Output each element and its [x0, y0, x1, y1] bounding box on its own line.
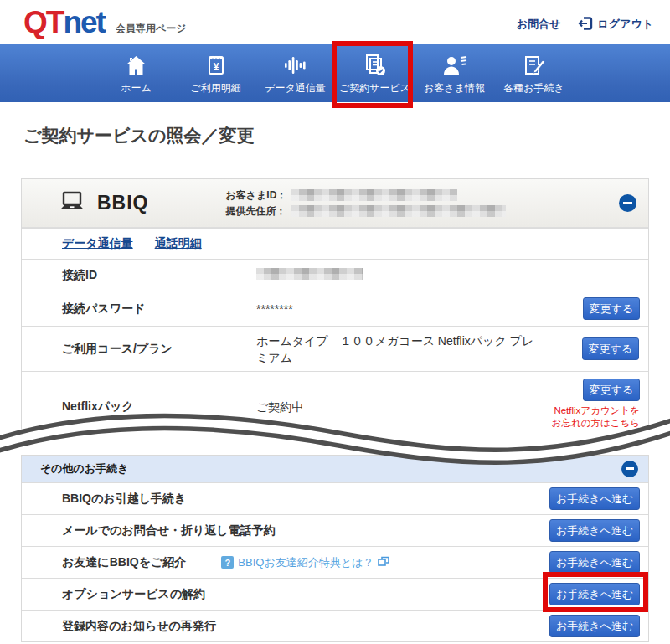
divider [569, 18, 570, 31]
nav-label: ご利用明細 [190, 81, 240, 95]
netflix-pack-status: ご契約中 [256, 399, 546, 415]
logo-qt: QT [23, 7, 63, 38]
course-label: ご利用コース/プラン [62, 342, 256, 357]
course-row: ご利用コース/プラン ホームタイプ １００メガコース Netflixパック プレ… [22, 326, 648, 371]
contact-link[interactable]: お問合せ [517, 17, 561, 32]
password-label: 接続パスワード [62, 301, 256, 317]
netflix-pack-row: Netflixパック ご契約中 変更する Netflixアカウントを お忘れの方… [22, 371, 648, 441]
nav-item-procedures[interactable]: 各種お手続き [494, 51, 574, 95]
top-header: QTnet 会員専用ページ お問合せ ログアウト [0, 0, 670, 44]
nav-label: 各種お手続き [503, 81, 564, 95]
customer-info-block: お客さまID： 提供先住所： [226, 188, 506, 219]
refer-friend-row: お友達にBBIQをご紹介 BBIQお友達紹介特典とは？ お手続きへ進む [22, 546, 648, 578]
change-netflix-button[interactable]: 変更する [583, 379, 640, 401]
nav-item-home[interactable]: ホーム [96, 51, 176, 95]
nav-label: ご契約サービス [339, 81, 410, 95]
qtnet-logo[interactable]: QTnet [23, 7, 105, 38]
moving-procedure-row: BBIQのお引越し手続き お手続きへ進む [22, 482, 648, 514]
bbiq-section-header: BBIQ お客さまID： 提供先住所： [22, 179, 648, 228]
reissue-notice-row: 登録内容のお知らせの再発行 お手続きへ進む [22, 610, 648, 641]
call-details-link[interactable]: 通話明細 [155, 236, 202, 251]
referral-benefit-label: BBIQお友達紹介特典とは？ [238, 555, 374, 570]
logout-icon [578, 17, 593, 33]
svg-text:¥: ¥ [213, 60, 219, 72]
row-label: BBIQのお引越し手続き [62, 492, 186, 507]
collapse-other-button[interactable] [621, 461, 638, 477]
masked-address [291, 205, 506, 217]
question-icon [221, 556, 234, 569]
row-label: オプションサービスの解約 [62, 587, 205, 602]
proceed-reissue-button[interactable]: お手続きへ進む [549, 615, 640, 637]
proceed-inquiry-button[interactable]: お手続きへ進む [549, 519, 640, 542]
nav-label: データ通信量 [265, 81, 326, 95]
detail-links-row: データ通信量 通話明細 [22, 228, 648, 259]
header-links: お問合せ ログアウト [508, 17, 653, 33]
course-value: ホームタイプ １００メガコース Netflixパック プレミアム [256, 332, 545, 366]
page-title: ご契約サービスの照会／変更 [23, 123, 670, 148]
address-label: 提供先住所： [226, 204, 286, 219]
netflix-note-line1: Netflixアカウントを [554, 405, 640, 415]
logo-net: net [63, 7, 105, 38]
customer-id-label: お客さまID： [226, 188, 287, 204]
row-label: 登録内容のお知らせの再発行 [62, 619, 216, 634]
proceed-referral-button[interactable]: お手続きへ進む [549, 551, 640, 574]
data-usage-link[interactable]: データ通信量 [62, 236, 133, 251]
change-password-button[interactable]: 変更する [583, 297, 640, 320]
nav-item-customer-info[interactable]: お客さま情報 [415, 51, 494, 95]
masked-customer-id [291, 189, 457, 201]
nav-item-data-usage[interactable]: データ通信量 [255, 51, 335, 95]
other-procedures-section: その他のお手続き BBIQのお引越し手続き お手続きへ進む メールでのお問合せ・… [21, 455, 649, 642]
masked-connection-id [256, 268, 363, 280]
nav-item-contract-services[interactable]: ご契約サービス [335, 50, 415, 95]
cancel-option-row: オプションサービスの解約 お手続きへ進む [22, 578, 648, 610]
bbiq-section: BBIQ お客さまID： 提供先住所： データ通信量 通話明細 接続ID 接続パ… [21, 178, 649, 441]
bill-yen-icon: ¥ [205, 54, 227, 76]
netflix-account-note-link[interactable]: Netflixアカウントを お忘れの方はこちら [552, 404, 640, 430]
row-label: メールでのお問合せ・折り返し電話予約 [62, 523, 276, 538]
home-icon [125, 54, 147, 76]
main-nav: ホーム ¥ ご利用明細 データ通信量 ご契約サービス お客さま情報 各種お手続き [0, 44, 670, 102]
netflix-note-line2: お忘れの方はこちら [552, 418, 640, 428]
divider [508, 18, 508, 31]
nav-label: お客さま情報 [424, 81, 485, 95]
netflix-pack-label: Netflixパック [62, 399, 256, 415]
logout-label: ログアウト [597, 17, 653, 32]
proceed-moving-button[interactable]: お手続きへ進む [549, 487, 640, 510]
other-procedures-title: その他のお手続き [40, 461, 129, 477]
connection-id-value [256, 267, 640, 284]
customer-person-icon [442, 54, 467, 76]
collapse-bbiq-button[interactable] [619, 194, 636, 212]
connection-id-label: 接続ID [62, 268, 256, 283]
procedures-pen-icon [523, 54, 546, 76]
bbiq-title: BBIQ [97, 192, 149, 214]
nav-label: ホーム [121, 81, 152, 95]
password-row: 接続パスワード ******** 変更する [22, 291, 648, 326]
proceed-cancel-option-button[interactable]: お手続きへ進む [549, 583, 640, 605]
change-course-button[interactable]: 変更する [582, 337, 639, 360]
contract-check-icon [363, 54, 387, 76]
data-usage-icon [283, 54, 308, 76]
other-procedures-header: その他のお手続き [22, 456, 648, 482]
row-label: お友達にBBIQをご紹介 [62, 555, 186, 570]
referral-benefit-link[interactable]: BBIQお友達紹介特典とは？ [221, 555, 389, 570]
connection-id-row: 接続ID [22, 259, 648, 291]
password-value: ******** [256, 301, 546, 317]
member-page-subtitle: 会員専用ページ [116, 22, 187, 36]
logout-link[interactable]: ログアウト [578, 17, 653, 33]
nav-item-billing[interactable]: ¥ ご利用明細 [176, 51, 255, 95]
mail-inquiry-row: メールでのお問合せ・折り返し電話予約 お手続きへ進む [22, 514, 648, 546]
external-window-icon [378, 556, 389, 569]
laptop-icon [59, 191, 85, 215]
